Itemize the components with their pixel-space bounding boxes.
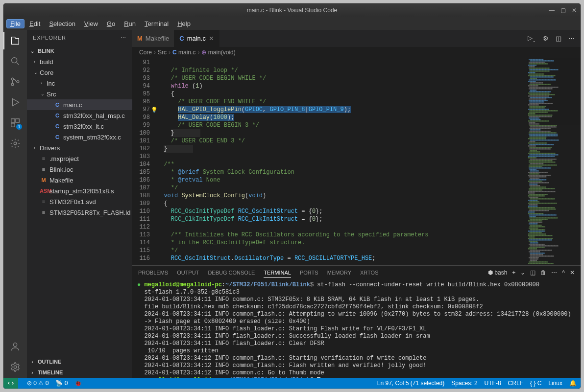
panel-tab-terminal[interactable]: TERMINAL <box>264 268 291 278</box>
status-errors[interactable]: ⊘ 0 ⚠ 0 <box>27 380 49 387</box>
menu-view[interactable]: View <box>80 19 102 28</box>
menu-go[interactable]: Go <box>103 19 119 28</box>
tree-item[interactable]: Cstm32f0xx_hal_msp.c <box>27 110 132 121</box>
settings-gear-icon[interactable]: ⚙ <box>543 35 549 42</box>
cmake-icon[interactable] <box>9 138 21 149</box>
tree-item[interactable]: ›Inc <box>27 78 132 89</box>
sidebar: EXPLORER ⋯ ⌄BLINK ›build⌄Core›Inc⌄SrcCma… <box>27 30 132 378</box>
status-radio[interactable]: 📡 0 <box>55 380 68 387</box>
panel-tab-output[interactable]: OUTPUT <box>177 268 199 277</box>
code-editor[interactable]: /* Infinite loop */ /* USER CODE BEGIN W… <box>157 58 527 265</box>
tree-item[interactable]: ASMstartup_stm32f051x8.s <box>27 185 132 196</box>
timeline-section[interactable]: ›TIMELINE <box>27 367 132 378</box>
panel-tab-xrtos[interactable]: XRTOS <box>360 268 379 277</box>
status-encoding[interactable]: UTF-8 <box>485 380 501 387</box>
titlebar: main.c - Blink - Visual Studio Code — ▢ … <box>3 3 581 17</box>
close-tab-icon[interactable]: ✕ <box>209 35 214 42</box>
tree-item[interactable]: ≡.mxproject <box>27 153 132 164</box>
search-icon[interactable] <box>9 55 21 67</box>
tree-item[interactable]: ⌄Core <box>27 67 132 78</box>
terminal-shell-label[interactable]: ⬢ bash <box>488 269 507 276</box>
svg-point-4 <box>17 81 19 83</box>
panel-tab-ports[interactable]: PORTS <box>300 268 318 277</box>
tree-item[interactable]: ≡STM32F0x1.svd <box>27 196 132 207</box>
status-bell-icon[interactable]: 🔔 <box>569 380 577 387</box>
terminal-dropdown-icon[interactable]: ⌄ <box>520 269 525 276</box>
explorer-icon[interactable] <box>9 35 21 46</box>
minimize-button[interactable]: — <box>549 7 555 14</box>
status-eol[interactable]: CRLF <box>508 380 523 387</box>
svg-rect-7 <box>16 119 19 122</box>
minimap[interactable]: █████████████████████████ ██████████████… <box>527 58 581 265</box>
run-button[interactable]: ▷⌄ <box>528 34 536 43</box>
panel-tab-memory[interactable]: MEMORY <box>327 268 351 277</box>
svg-point-10 <box>13 343 17 346</box>
status-spaces[interactable]: Spaces: 2 <box>451 380 477 387</box>
svg-point-11 <box>14 366 17 369</box>
menubar: FileEditSelectionViewGoRunTerminalHelp <box>3 17 581 30</box>
activity-bar: 1 <box>3 30 27 378</box>
svg-line-1 <box>17 63 19 65</box>
account-icon[interactable] <box>9 341 21 352</box>
new-terminal-icon[interactable]: + <box>512 269 515 276</box>
sidebar-title: EXPLORER <box>33 35 66 41</box>
status-debug[interactable]: 🐞 <box>74 380 82 387</box>
svg-marker-5 <box>13 99 19 106</box>
maximize-button[interactable]: ▢ <box>560 7 566 14</box>
tree-item[interactable]: MMakefile <box>27 175 132 185</box>
maximize-panel-icon[interactable]: ^ <box>562 269 565 276</box>
svg-point-0 <box>12 58 17 63</box>
svg-point-9 <box>14 142 17 145</box>
editor-tabs: MMakefileCmain.c✕ ▷⌄ ⚙ ◫ ⋯ <box>132 30 581 47</box>
sidebar-more-icon[interactable]: ⋯ <box>121 35 126 41</box>
tree-item[interactable]: ≡STM32F051R8Tx_FLASH.ld <box>27 207 132 218</box>
menu-file[interactable]: File <box>6 19 24 28</box>
svg-rect-6 <box>11 119 15 122</box>
statusbar: ⊘ 0 ⚠ 0 📡 0 🐞 Ln 97, Col 5 (71 selected)… <box>3 378 581 389</box>
tree-item[interactable]: ⌄Src <box>27 89 132 99</box>
tree-item[interactable]: Csystem_stm32f0xx.c <box>27 132 132 142</box>
tree-item[interactable]: Cmain.c <box>27 99 132 110</box>
tab-Makefile[interactable]: MMakefile <box>132 30 174 47</box>
split-terminal-icon[interactable]: ◫ <box>530 269 535 276</box>
tree-item[interactable]: ›Drivers <box>27 142 132 153</box>
project-section[interactable]: ⌄BLINK <box>27 46 132 56</box>
split-editor-icon[interactable]: ◫ <box>556 35 561 42</box>
run-debug-icon[interactable] <box>9 96 21 108</box>
gutter: 91929394959697💡9899100101102103104105106… <box>132 58 157 265</box>
status-cursor[interactable]: Ln 97, Col 5 (71 selected) <box>377 380 444 387</box>
tree-item[interactable]: ›build <box>27 56 132 67</box>
window-title: main.c - Blink - Visual Studio Code <box>247 7 338 14</box>
tree-item[interactable]: Cstm32f0xx_it.c <box>27 121 132 132</box>
menu-selection[interactable]: Selection <box>45 19 79 28</box>
scm-icon[interactable] <box>9 76 21 88</box>
menu-help[interactable]: Help <box>173 19 195 28</box>
panel: PROBLEMSOUTPUTDEBUG CONSOLETERMINALPORTS… <box>132 265 581 378</box>
menu-run[interactable]: Run <box>120 19 140 28</box>
remote-button[interactable] <box>3 378 18 389</box>
panel-tab-debug-console[interactable]: DEBUG CONSOLE <box>208 268 255 277</box>
extensions-icon[interactable]: 1 <box>9 117 21 129</box>
panel-tab-problems[interactable]: PROBLEMS <box>138 268 168 277</box>
status-os[interactable]: Linux <box>548 380 562 387</box>
close-panel-icon[interactable]: ✕ <box>570 269 575 276</box>
tree-item[interactable]: ≡Blink.ioc <box>27 164 132 175</box>
svg-rect-8 <box>11 123 15 127</box>
panel-more-icon[interactable]: ⋯ <box>551 269 557 276</box>
more-actions-icon[interactable]: ⋯ <box>568 35 575 42</box>
svg-point-3 <box>11 83 14 86</box>
menu-terminal[interactable]: Terminal <box>141 19 172 28</box>
breadcrumb[interactable]: Core›Src›C main.c›⊕ main(void) <box>132 47 581 58</box>
tab-main-c[interactable]: Cmain.c✕ <box>174 30 219 47</box>
outline-section[interactable]: ›OUTLINE <box>27 356 132 367</box>
close-button[interactable]: ✕ <box>572 7 577 14</box>
svg-point-2 <box>11 78 14 80</box>
terminal[interactable]: ● megalloid@megalloid-pc:~/STM32/F051/Bl… <box>132 279 581 378</box>
trash-icon[interactable]: 🗑 <box>540 269 546 276</box>
settings-icon[interactable] <box>9 361 21 373</box>
status-lang[interactable]: { } C <box>530 380 541 387</box>
menu-edit[interactable]: Edit <box>25 19 44 28</box>
